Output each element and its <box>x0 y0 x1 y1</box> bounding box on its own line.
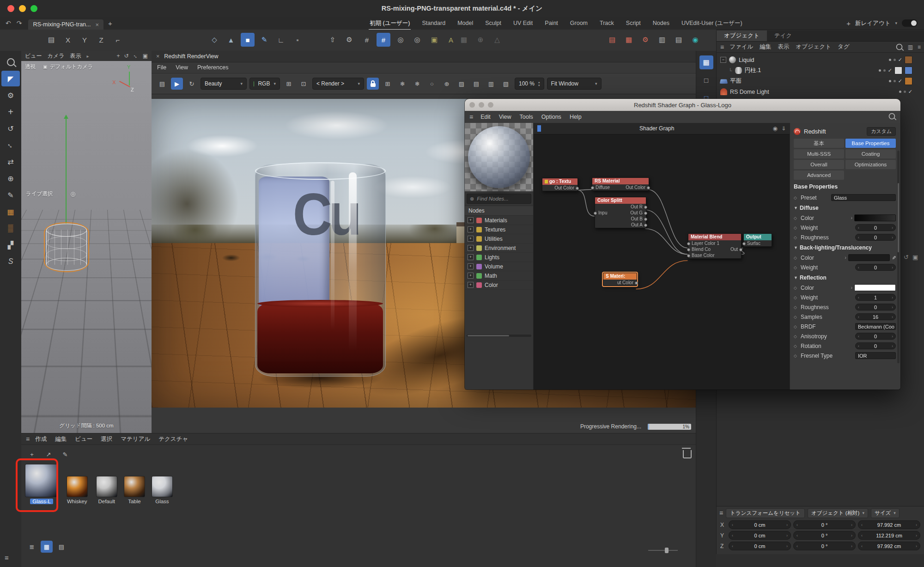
node-category-environment[interactable]: +Environment <box>465 244 533 253</box>
layout-menu-paint[interactable]: Paint <box>545 20 558 26</box>
rotate-tool[interactable]: ↺ <box>1 121 20 136</box>
modeling-settings-icon[interactable]: ⚙ <box>342 33 356 47</box>
prop-tab-item[interactable]: 基本 <box>794 139 844 148</box>
value-stepper-weight[interactable]: ‹1› <box>855 294 896 301</box>
output-port[interactable] <box>576 187 579 190</box>
freeze-aov-icon[interactable]: ❄ <box>411 78 423 90</box>
custom-chip[interactable]: カスタム <box>867 127 896 136</box>
workplane-icon[interactable]: ◎ <box>394 33 407 47</box>
object-manager-menu-item[interactable]: ファイル <box>729 43 753 51</box>
input-port[interactable] <box>687 254 690 257</box>
node-category-volume[interactable]: +Volume <box>465 262 533 271</box>
false-color-icon[interactable]: ○ <box>426 78 438 90</box>
shader-graph-area[interactable]: Shader Graph ◉ ⇓ go : TextuOut ColorRS M… <box>534 123 790 390</box>
layout-menu-track[interactable]: Track <box>600 20 614 26</box>
snapshot-a-icon[interactable]: ▤ <box>470 78 482 90</box>
reset-transform-button[interactable]: トランスフォームをリセット <box>726 508 805 518</box>
axis-modify-icon[interactable]: ⊕ <box>474 33 487 47</box>
lock-x-axis-button[interactable]: X <box>61 33 75 47</box>
viewport-render-icon[interactable]: ▤ <box>44 33 58 47</box>
viewport-canvas[interactable]: 透視 ▣ デフォルトカメラ Y X Z ライブ選択 ◎ グリッド間隔 : 500… <box>21 61 152 433</box>
layout-panel-icon[interactable]: ▦ <box>699 55 713 69</box>
prop-group-diffuse[interactable]: ▼Diffuse <box>794 202 896 213</box>
material-thumbnail[interactable] <box>124 476 145 497</box>
render-view-button[interactable]: ▤ <box>605 33 619 47</box>
snap-icon[interactable]: ⇧ <box>326 33 340 47</box>
shader-menu-tools[interactable]: Tools <box>520 114 533 120</box>
annotate-icon[interactable]: A <box>444 33 458 47</box>
layout-menu-standard[interactable]: Standard <box>422 20 445 26</box>
input-port[interactable] <box>742 242 746 245</box>
size-mode-dropdown[interactable]: サイズ▾ <box>871 508 900 518</box>
close-window-button[interactable] <box>469 102 475 108</box>
fields-icon[interactable]: ▦ <box>457 33 471 47</box>
dolly-view-icon[interactable]: ↔ <box>131 52 140 60</box>
zoom-window-button[interactable] <box>488 102 493 108</box>
object-manager-menu-item[interactable]: 表示 <box>778 43 789 51</box>
material-menu-item[interactable]: 作成 <box>35 435 47 443</box>
color-swatch-back-lighting-translucency[interactable] <box>848 254 890 261</box>
value-field-brdf[interactable]: Beckmann (Coo <box>855 323 896 330</box>
coord-y-rotation[interactable]: ‹0 °› <box>793 531 856 540</box>
output-port[interactable] <box>647 186 650 189</box>
material-table[interactable]: Table <box>124 476 145 504</box>
paint-tool[interactable]: ▞ <box>1 237 20 253</box>
graph-node-blend[interactable]: Material BlendLayer Color 1Blend CoOutBa… <box>688 233 742 259</box>
aov-beauty-dropdown[interactable]: Beauty▾ <box>201 78 247 90</box>
value-stepper-samples[interactable]: ‹16› <box>855 313 896 320</box>
material-menu-item[interactable]: 編集 <box>55 435 67 443</box>
clear-search-icon[interactable]: ⊗ <box>470 196 474 202</box>
shader-window-titlebar[interactable]: Redshift Shader Graph - Glass-Logo <box>465 99 900 111</box>
coord-x-rotation[interactable]: ‹0 °› <box>793 520 856 529</box>
pen-tool[interactable]: ✎ <box>1 187 20 203</box>
layout-menu-uv-edit[interactable]: UV Edit <box>513 20 533 26</box>
material-thumbnail[interactable] <box>96 476 117 497</box>
node-category-color[interactable]: +Color <box>465 280 533 290</box>
shader-menu-view[interactable]: View <box>499 114 511 120</box>
bucket-grid-icon[interactable]: ⊞ <box>283 78 295 90</box>
pen-spline-icon[interactable]: ✎ <box>257 33 271 47</box>
compare-snapshots-icon[interactable]: ▧ <box>500 78 512 90</box>
display-channel-dropdown[interactable]: RGB▾ <box>249 78 280 90</box>
toggle-view-icon[interactable]: ▣ <box>143 53 148 59</box>
shader-search[interactable] <box>888 112 896 122</box>
input-port[interactable] <box>687 242 690 245</box>
panel-menu-icon[interactable]: ≡ <box>720 43 724 51</box>
bottom-left-menu-icon[interactable]: ≡ <box>5 554 9 561</box>
camera-label[interactable]: デフォルトカメラ <box>49 63 93 70</box>
render-settings-button[interactable]: ⚙ <box>638 33 652 47</box>
generator-icon[interactable]: ▪ <box>291 33 304 47</box>
ui-mode-toggle[interactable] <box>902 19 918 27</box>
material-menu-item[interactable]: ビュー <box>75 435 92 443</box>
object-item-rs-dome-light[interactable]: RS Dome Light✓ <box>717 86 924 97</box>
input-port[interactable] <box>687 248 690 251</box>
edit-material-button[interactable]: ✎ <box>59 448 71 460</box>
material-glass[interactable]: Glass <box>152 476 173 504</box>
blank-panel-icon[interactable]: □ <box>699 73 713 87</box>
node-category-materials[interactable]: +Materials <box>465 216 533 225</box>
value-field-fresnel-type[interactable]: IOR <box>855 352 896 359</box>
find-nodes-input[interactable]: ⊗ Find Nodes... <box>467 194 531 204</box>
graph-node-tex[interactable]: go : TextuOut Color <box>542 178 578 191</box>
output-port[interactable] <box>644 218 647 221</box>
move-tool[interactable]: + <box>1 104 20 120</box>
coord-z-position[interactable]: ‹0 cm› <box>729 542 791 550</box>
fit-mode-dropdown[interactable]: Fit Window▾ <box>547 78 602 90</box>
texture-tag[interactable] <box>905 56 912 64</box>
object-item-liquid[interactable]: −Liquid✓ <box>717 55 924 65</box>
viewport-menu-item[interactable]: 表示 <box>70 52 81 60</box>
value-stepper-roughness[interactable]: ‹0› <box>855 304 896 311</box>
freeze-tonemap-icon[interactable]: ❄ <box>396 78 408 90</box>
close-panel-icon[interactable]: × <box>156 53 159 60</box>
redshift-menu-button[interactable]: ◉ <box>688 33 702 47</box>
zoom-level-stepper[interactable]: 100 %▴▾ <box>515 78 544 90</box>
sculpt-tool[interactable]: S <box>1 254 20 269</box>
material-menu-item[interactable]: テクスチャ <box>158 435 188 443</box>
object-item-item[interactable]: 平面✓ <box>717 76 924 86</box>
shader-menu-icon[interactable]: ≡ <box>469 113 473 121</box>
thumbnail-size-slider[interactable] <box>648 547 678 554</box>
crop-region-icon[interactable]: ⊡ <box>298 78 310 90</box>
viewport-menu-item[interactable]: ビュー <box>25 52 42 60</box>
new-layout-button[interactable]: 新レイアウト <box>855 19 890 27</box>
coord-x-size[interactable]: ‹97.992 cm› <box>858 520 920 529</box>
